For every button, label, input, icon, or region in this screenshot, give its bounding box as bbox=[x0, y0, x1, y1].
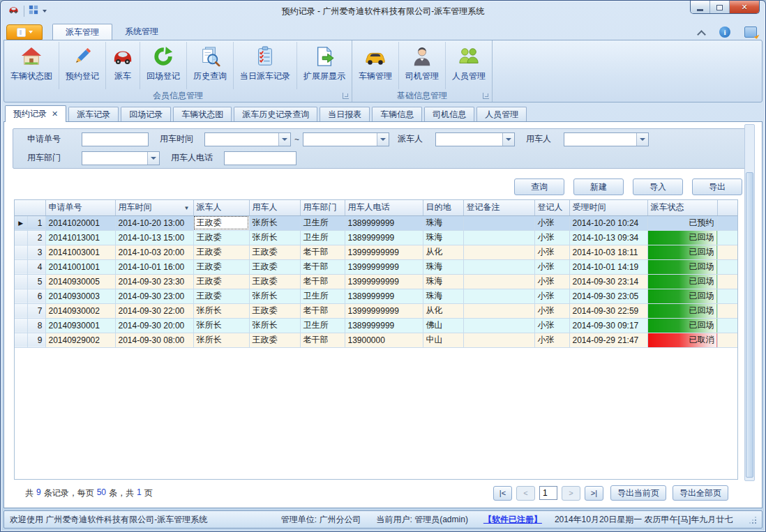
cell-apply_no[interactable]: 20141003001 bbox=[45, 245, 115, 259]
cell-accept_time[interactable]: 2014-09-30 09:17 bbox=[569, 318, 647, 333]
cell-registrar[interactable]: 小张 bbox=[534, 289, 569, 303]
cell-dept[interactable]: 卫生所 bbox=[300, 289, 345, 303]
cell-dispatcher[interactable]: 王政委 bbox=[193, 289, 249, 303]
cell-accept_time[interactable]: 2014-10-03 18:11 bbox=[569, 245, 647, 259]
cell-registrar[interactable]: 小张 bbox=[534, 333, 569, 347]
table-row[interactable]: 5201409300052014-09-30 23:30王政委王政委老干部139… bbox=[15, 274, 738, 289]
cell-status[interactable]: 已回场 bbox=[647, 303, 717, 318]
dept-combo[interactable] bbox=[82, 151, 160, 165]
tab-return-records[interactable]: 回场记录 bbox=[121, 107, 171, 122]
cell-use_time[interactable]: 2014-09-30 23:00 bbox=[115, 289, 193, 303]
cell-use_time[interactable]: 2014-09-30 23:30 bbox=[115, 274, 193, 289]
cell-dispatcher[interactable]: 张所长 bbox=[193, 318, 249, 333]
prev-page-button[interactable]: < bbox=[516, 486, 535, 501]
cell-dispatcher[interactable]: 王政委 bbox=[193, 245, 249, 259]
cell-phone[interactable]: 1389999999 bbox=[345, 318, 423, 333]
cell-status[interactable]: 已回场 bbox=[647, 274, 717, 289]
table-row[interactable]: 6201409300032014-09-30 23:00王政委张所长卫生所138… bbox=[15, 289, 738, 303]
cell-user[interactable]: 王政委 bbox=[249, 245, 300, 259]
cell-accept_time[interactable]: 2014-10-20 10:24 bbox=[569, 215, 647, 230]
minimize-button[interactable] bbox=[691, 1, 710, 14]
cell-user[interactable]: 张所长 bbox=[249, 230, 300, 245]
ribbon-button-staff-management[interactable]: 人员管理 bbox=[446, 42, 492, 89]
first-page-button[interactable]: |< bbox=[493, 486, 512, 501]
cell-dept[interactable]: 老干部 bbox=[300, 259, 345, 274]
cell-apply_no[interactable]: 20140929002 bbox=[45, 333, 115, 347]
license-link[interactable]: 【软件已注册】 bbox=[483, 514, 542, 526]
column-header-phone[interactable]: 用车人电话 bbox=[345, 200, 423, 215]
cell-use_time[interactable]: 2014-10-13 15:00 bbox=[115, 230, 193, 245]
cell-dept[interactable]: 卫生所 bbox=[300, 230, 345, 245]
column-header-accept_time[interactable]: 受理时间 bbox=[569, 200, 647, 215]
restore-button[interactable] bbox=[710, 1, 730, 14]
cell-registrar[interactable]: 小张 bbox=[534, 274, 569, 289]
cell-dest[interactable]: 珠海 bbox=[423, 215, 463, 230]
style-switch-icon[interactable] bbox=[744, 26, 757, 38]
cell-dept[interactable]: 老干部 bbox=[300, 245, 345, 259]
new-button[interactable]: 新建 bbox=[573, 178, 624, 195]
row-number[interactable]: 2 bbox=[27, 230, 45, 245]
cell-accept_time[interactable]: 2014-10-01 14:19 bbox=[569, 259, 647, 274]
column-header-status[interactable]: 派车状态 bbox=[647, 200, 717, 215]
cell-dispatcher[interactable]: 王政委 bbox=[193, 230, 249, 245]
phone-input[interactable] bbox=[224, 151, 296, 165]
row-number[interactable]: 5 bbox=[27, 274, 45, 289]
combo-arrow-button[interactable] bbox=[147, 152, 159, 165]
cell-remark[interactable] bbox=[463, 318, 534, 333]
combo-arrow-button[interactable] bbox=[636, 133, 648, 146]
last-page-button[interactable]: >| bbox=[585, 486, 603, 501]
cell-apply_no[interactable]: 20140930001 bbox=[45, 318, 115, 333]
ribbon-button-driver-management[interactable]: 司机管理 bbox=[399, 42, 446, 89]
use-time-to-combo[interactable] bbox=[303, 132, 389, 146]
cell-use_time[interactable]: 2014-09-30 08:00 bbox=[115, 333, 193, 347]
export-button[interactable]: 导出 bbox=[692, 178, 742, 195]
cell-registrar[interactable]: 小张 bbox=[534, 230, 569, 245]
cell-use_time[interactable]: 2014-09-30 22:00 bbox=[115, 303, 193, 318]
cell-phone[interactable]: 1389999999 bbox=[345, 230, 423, 245]
tab-daily-report[interactable]: 当日报表 bbox=[320, 107, 370, 122]
scrollbar-thumb[interactable] bbox=[746, 172, 753, 478]
combo-arrow-button[interactable] bbox=[377, 133, 389, 146]
export-current-page-button[interactable]: 导出当前页 bbox=[610, 485, 666, 501]
cell-remark[interactable] bbox=[463, 259, 534, 274]
next-page-button[interactable]: > bbox=[562, 486, 580, 501]
ribbon-button-history-query[interactable]: 历史查询 bbox=[187, 42, 234, 89]
cell-remark[interactable] bbox=[463, 230, 534, 245]
cell-dept[interactable]: 卫生所 bbox=[300, 215, 345, 230]
cell-apply_no[interactable]: 20140930002 bbox=[45, 303, 115, 318]
cell-accept_time[interactable]: 2014-09-30 23:05 bbox=[569, 289, 647, 303]
dialog-launcher-icon[interactable] bbox=[343, 93, 349, 99]
cell-dest[interactable]: 珠海 bbox=[423, 289, 463, 303]
cell-status[interactable]: 已回场 bbox=[647, 289, 717, 303]
cell-phone[interactable]: 13999999999 bbox=[345, 303, 423, 318]
dialog-launcher-icon[interactable] bbox=[483, 93, 489, 99]
cell-phone[interactable]: 13999999999 bbox=[345, 259, 423, 274]
tab-dispatch-records[interactable]: 派车记录 bbox=[68, 107, 119, 122]
ribbon-button-return-registration[interactable]: 回场登记 bbox=[140, 42, 187, 89]
ribbon-button-vehicle-status-map[interactable]: 车辆状态图 bbox=[4, 42, 59, 89]
cell-dest[interactable]: 从化 bbox=[423, 245, 463, 259]
ribbon-tab-system[interactable]: 系统管理 bbox=[112, 24, 171, 40]
cell-status[interactable]: 已回场 bbox=[647, 259, 717, 274]
row-number[interactable]: 1 bbox=[27, 215, 45, 230]
cell-dept[interactable]: 老干部 bbox=[300, 303, 345, 318]
user-combo[interactable] bbox=[564, 132, 649, 146]
combo-arrow-button[interactable] bbox=[278, 133, 290, 146]
row-number[interactable]: 9 bbox=[27, 333, 45, 347]
cell-user[interactable]: 张所长 bbox=[249, 289, 300, 303]
cell-phone[interactable]: 13999999999 bbox=[345, 245, 423, 259]
column-header-dept[interactable]: 用车部门 bbox=[300, 200, 345, 215]
cell-phone[interactable]: 13900000 bbox=[345, 333, 423, 347]
table-row[interactable]: 2201410130012014-10-13 15:00王政委张所长卫生所138… bbox=[15, 230, 738, 245]
info-icon[interactable]: i bbox=[719, 26, 730, 38]
cell-apply_no[interactable]: 20141001001 bbox=[45, 259, 115, 274]
cell-remark[interactable] bbox=[463, 215, 534, 230]
cell-registrar[interactable]: 小张 bbox=[534, 318, 569, 333]
application-menu-button[interactable] bbox=[6, 24, 43, 40]
cell-remark[interactable] bbox=[463, 289, 534, 303]
cell-dispatcher[interactable]: 张所长 bbox=[193, 333, 249, 347]
cell-use_time[interactable]: 2014-10-01 16:00 bbox=[115, 259, 193, 274]
close-tab-icon[interactable]: ✕ bbox=[52, 109, 58, 119]
dispatcher-combo[interactable] bbox=[435, 132, 515, 146]
row-number[interactable]: 8 bbox=[27, 318, 45, 333]
